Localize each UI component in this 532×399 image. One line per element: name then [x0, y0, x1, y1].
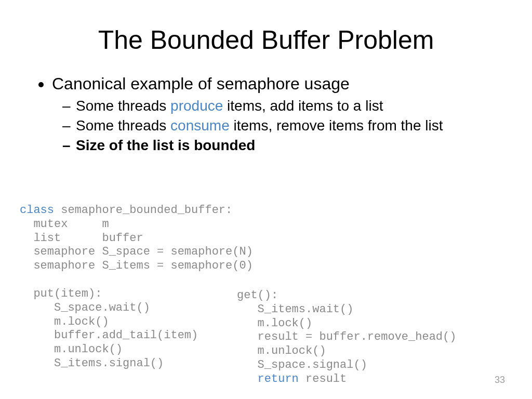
text-post: items, remove items from the list: [230, 117, 443, 134]
bullet-main: Canonical example of semaphore usage Som…: [52, 73, 501, 155]
sub-bullet-bounded-text: Size of the list is bounded: [76, 137, 255, 153]
sub-bullet-produce: Some threads produce items, add items to…: [76, 96, 501, 116]
keyword-consume: consume: [170, 117, 230, 134]
code-right-body: get(): S_items.wait() m.lock() result = …: [237, 289, 456, 385]
slide-title: The Bounded Buffer Problem: [31, 26, 501, 55]
text-post: items, add items to a list: [223, 98, 383, 114]
slide: The Bounded Buffer Problem Canonical exa…: [0, 0, 532, 399]
code-block-left: class semaphore_bounded_buffer: mutex m …: [20, 204, 253, 371]
code-right-tail: result: [299, 373, 347, 385]
sub-bullet-bounded: Size of the list is bounded: [76, 136, 501, 155]
bullet-main-text: Canonical example of semaphore usage: [52, 74, 350, 93]
page-number: 33: [495, 375, 505, 385]
keyword-return: return: [258, 373, 299, 385]
sub-bullet-consume: Some threads consume items, remove items…: [76, 116, 501, 136]
bullet-list: Canonical example of semaphore usage Som…: [31, 73, 501, 155]
text-pre: Some threads: [76, 98, 170, 114]
code-block-right: get(): S_items.wait() m.lock() result = …: [237, 289, 456, 387]
keyword-class: class: [20, 204, 54, 217]
text-pre: Some threads: [76, 117, 170, 134]
sub-bullet-list: Some threads produce items, add items to…: [52, 96, 501, 155]
keyword-produce: produce: [170, 98, 223, 114]
code-left-body: semaphore_bounded_buffer: mutex m list b…: [20, 204, 253, 370]
